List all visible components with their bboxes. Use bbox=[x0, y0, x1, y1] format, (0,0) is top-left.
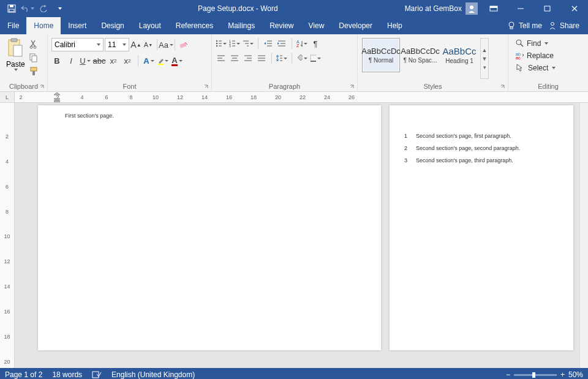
spellcheck-icon[interactable] bbox=[92, 370, 102, 379]
tab-review[interactable]: Review bbox=[262, 17, 301, 34]
tab-home[interactable]: Home bbox=[26, 17, 61, 34]
zoom-in-icon[interactable]: + bbox=[560, 370, 565, 379]
strikethrough-icon[interactable]: abc bbox=[94, 55, 105, 66]
ruler-horizontal[interactable]: L 22468101214161820222426 bbox=[0, 92, 588, 103]
bold-icon[interactable]: B bbox=[51, 55, 62, 66]
svg-rect-7 bbox=[545, 6, 550, 11]
styles-dialog-launcher-icon[interactable] bbox=[500, 84, 506, 90]
select-button[interactable]: Select bbox=[516, 64, 556, 72]
tab-help[interactable]: Help bbox=[380, 17, 410, 34]
multilevel-list-icon[interactable] bbox=[243, 38, 254, 49]
zoom-level[interactable]: 50% bbox=[568, 370, 583, 379]
tab-layout[interactable]: Layout bbox=[132, 17, 168, 34]
sort-icon[interactable]: AZ bbox=[296, 38, 307, 49]
qat-customize-icon[interactable] bbox=[53, 2, 66, 15]
font-dialog-launcher-icon[interactable] bbox=[203, 84, 209, 90]
justify-icon[interactable] bbox=[256, 53, 267, 64]
svg-point-10 bbox=[509, 22, 514, 27]
subscript-icon[interactable]: x2 bbox=[108, 55, 119, 66]
svg-rect-14 bbox=[11, 39, 17, 42]
align-right-icon[interactable] bbox=[243, 53, 254, 64]
svg-rect-15 bbox=[13, 45, 22, 56]
page-2[interactable]: 1Second section's page, first paragraph.… bbox=[390, 105, 573, 350]
align-center-icon[interactable] bbox=[229, 53, 240, 64]
status-words[interactable]: 18 words bbox=[52, 370, 82, 379]
workspace: 2468101214161820 First section's page. 1… bbox=[0, 103, 588, 368]
user-name: Mario at GemBox bbox=[405, 4, 462, 13]
font-name-combo[interactable]: Calibri bbox=[51, 38, 104, 51]
svg-rect-11 bbox=[510, 27, 513, 29]
styles-more-icon[interactable]: ▲▼▾ bbox=[480, 38, 489, 79]
svg-rect-1 bbox=[10, 5, 13, 7]
borders-icon[interactable] bbox=[310, 53, 321, 64]
copy-icon[interactable] bbox=[29, 53, 39, 62]
tab-design[interactable]: Design bbox=[94, 17, 131, 34]
tab-insert[interactable]: Insert bbox=[61, 17, 94, 34]
maximize-icon[interactable] bbox=[534, 0, 561, 17]
line-spacing-icon[interactable] bbox=[276, 53, 287, 64]
status-language[interactable]: English (United Kingdom) bbox=[111, 370, 195, 379]
svg-rect-2 bbox=[9, 9, 14, 12]
style-normal[interactable]: AaBbCcDc ¶ Normal bbox=[362, 38, 400, 72]
svg-rect-21 bbox=[32, 71, 35, 75]
find-button[interactable]: Find bbox=[516, 39, 556, 48]
title-bar: Page Setup.docx - Word Mario at GemBox bbox=[0, 0, 588, 17]
close-icon[interactable] bbox=[561, 0, 588, 17]
format-painter-icon[interactable] bbox=[29, 66, 39, 76]
svg-rect-19 bbox=[32, 56, 37, 62]
undo-icon[interactable] bbox=[21, 2, 34, 15]
decrease-indent-icon[interactable] bbox=[263, 38, 274, 49]
ribbon-tabs: File Home Insert Design Layout Reference… bbox=[0, 17, 588, 34]
share-icon bbox=[548, 21, 557, 30]
style-heading-1[interactable]: AaBbCc Heading 1 bbox=[440, 38, 478, 72]
save-icon[interactable] bbox=[5, 2, 18, 15]
change-case-icon[interactable]: Aa bbox=[160, 39, 172, 50]
ribbon-options-icon[interactable] bbox=[480, 0, 507, 17]
zoom-out-icon[interactable]: − bbox=[506, 370, 510, 379]
align-left-icon[interactable] bbox=[216, 53, 227, 64]
font-size-combo[interactable]: 11 bbox=[105, 38, 129, 51]
shrink-font-icon[interactable]: A▼ bbox=[143, 39, 154, 50]
tab-developer[interactable]: Developer bbox=[331, 17, 380, 34]
page-1[interactable]: First section's page. bbox=[38, 105, 381, 350]
paste-button[interactable]: Paste bbox=[2, 37, 29, 80]
svg-rect-24 bbox=[158, 64, 164, 65]
zoom-slider[interactable] bbox=[514, 374, 557, 376]
vertical-scrollbar[interactable] bbox=[579, 103, 588, 368]
replace-button[interactable]: abacReplace bbox=[516, 51, 556, 60]
numbering-icon[interactable]: 123 bbox=[229, 38, 240, 49]
paste-icon bbox=[6, 38, 24, 59]
tab-mailings[interactable]: Mailings bbox=[221, 17, 262, 34]
tab-selector-icon[interactable]: L bbox=[0, 92, 15, 103]
status-page[interactable]: Page 1 of 2 bbox=[5, 370, 42, 379]
clipboard-dialog-launcher-icon[interactable] bbox=[39, 84, 45, 90]
share-button[interactable]: Share bbox=[548, 21, 579, 30]
tell-me[interactable]: Tell me bbox=[507, 21, 542, 30]
style-no-spacing[interactable]: AaBbCcDc ¶ No Spac... bbox=[401, 38, 439, 72]
tab-references[interactable]: References bbox=[168, 17, 221, 34]
doc-name: Page Setup.docx bbox=[198, 4, 254, 13]
shading-icon[interactable] bbox=[296, 53, 307, 64]
italic-icon[interactable]: I bbox=[66, 55, 77, 66]
highlight-icon[interactable] bbox=[157, 55, 168, 66]
increase-indent-icon[interactable] bbox=[276, 38, 287, 49]
tab-file[interactable]: File bbox=[0, 17, 26, 34]
indent-marker-icon[interactable] bbox=[54, 92, 60, 102]
account-area[interactable]: Mario at GemBox bbox=[405, 2, 480, 15]
grow-font-icon[interactable]: A▲ bbox=[130, 39, 141, 50]
font-color-icon[interactable]: A bbox=[172, 55, 183, 66]
superscript-icon[interactable]: x2 bbox=[122, 55, 133, 66]
text-effects-icon[interactable]: A bbox=[143, 55, 154, 66]
underline-icon[interactable]: U bbox=[80, 55, 91, 66]
redo-icon[interactable] bbox=[37, 2, 50, 15]
cut-icon[interactable] bbox=[29, 39, 39, 49]
minimize-icon[interactable] bbox=[507, 0, 534, 17]
bullets-icon[interactable] bbox=[216, 38, 227, 49]
document-canvas[interactable]: First section's page. 1Second section's … bbox=[15, 103, 579, 368]
show-marks-icon[interactable]: ¶ bbox=[310, 38, 321, 49]
paragraph-dialog-launcher-icon[interactable] bbox=[349, 84, 355, 90]
svg-point-3 bbox=[470, 6, 473, 9]
tab-view[interactable]: View bbox=[301, 17, 332, 34]
ruler-vertical[interactable]: 2468101214161820 bbox=[0, 103, 15, 368]
clear-formatting-icon[interactable] bbox=[178, 39, 189, 50]
